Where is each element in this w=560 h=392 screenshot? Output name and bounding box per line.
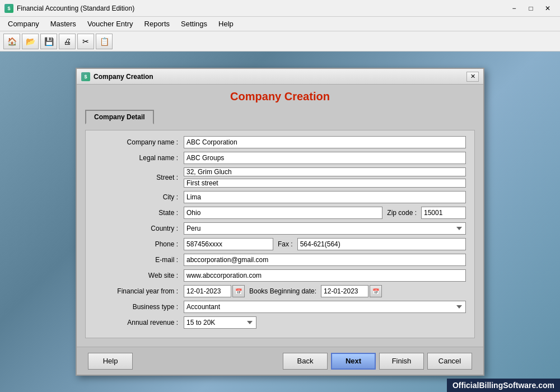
app-close-button[interactable]: ✕ — [540, 2, 556, 15]
annual-revenue-select[interactable]: 15 to 20K 20 to 50K 50 to 100K 100K+ — [184, 316, 256, 329]
company-name-input[interactable] — [184, 136, 466, 148]
country-row: Country : Peru USA UK Canada Australia — [94, 222, 466, 235]
legal-name-row: Legal name : — [94, 152, 466, 164]
street-label: Street : — [94, 174, 184, 181]
menu-reports[interactable]: Reports — [139, 18, 176, 29]
dialog-close-button[interactable]: ✕ — [466, 72, 479, 82]
city-row: City : — [94, 191, 466, 203]
toolbar: 🏠 📂 💾 🖨 ✂ 📋 — [0, 31, 560, 52]
zip-label: Zip code : — [387, 209, 417, 217]
email-label: E-mail : — [94, 256, 184, 264]
phone-label: Phone : — [94, 240, 184, 248]
maximize-button[interactable]: □ — [523, 2, 539, 15]
menu-company[interactable]: Company — [2, 18, 45, 29]
toolbar-save-button[interactable]: 💾 — [40, 34, 57, 49]
state-zip-row: State : Zip code : — [94, 207, 466, 219]
business-type-select[interactable]: Accountant Retailer Wholesaler Manufactu… — [184, 301, 466, 313]
books-calendar-button[interactable]: 📅 — [370, 285, 382, 297]
street-group — [184, 167, 466, 188]
fy-row: Financial year from : 📅 Books Beginning … — [94, 285, 466, 297]
annual-revenue-label: Annual revenue : — [94, 319, 184, 326]
fy-inner: 📅 Books Beginning date: 📅 — [184, 285, 466, 297]
back-button[interactable]: Back — [283, 353, 328, 370]
country-select[interactable]: Peru USA UK Canada Australia — [184, 222, 466, 235]
website-label: Web site : — [94, 272, 184, 279]
tab-bar: Company Detail — [85, 110, 475, 124]
menu-bar: Company Masters Voucher Entry Reports Se… — [0, 17, 560, 31]
watermark: OfficialBillingSoftware.com — [447, 379, 560, 392]
menu-settings[interactable]: Settings — [175, 18, 213, 29]
fy-date-wrap: 📅 — [184, 285, 245, 297]
fy-from-label: Financial year from : — [94, 287, 184, 295]
title-bar: $ Financial Accounting (Standard Edition… — [0, 0, 560, 17]
company-name-label: Company name : — [94, 138, 184, 146]
dialog-title-left: $ Company Creation — [81, 72, 153, 81]
phone-fax-row: Phone : Fax : — [94, 238, 466, 250]
annual-revenue-row: Annual revenue : 15 to 20K 20 to 50K 50 … — [94, 316, 466, 329]
background-area: $ Company Creation ✕ Company Creation Co… — [0, 52, 560, 392]
street-row: Street : — [94, 167, 466, 188]
company-creation-dialog: $ Company Creation ✕ Company Creation Co… — [76, 68, 484, 376]
finish-button[interactable]: Finish — [379, 353, 424, 370]
toolbar-cut-button[interactable]: ✂ — [77, 34, 94, 49]
zip-input[interactable] — [421, 207, 466, 219]
legal-name-input[interactable] — [184, 152, 466, 164]
street-input-2[interactable] — [184, 179, 466, 188]
fax-label: Fax : — [278, 240, 293, 248]
toolbar-open-button[interactable]: 📂 — [22, 34, 39, 49]
company-name-row: Company name : — [94, 136, 466, 148]
fy-from-input[interactable] — [184, 285, 231, 297]
website-input[interactable] — [184, 269, 466, 282]
country-label: Country : — [94, 225, 184, 232]
footer-right: Back Next Finish Cancel — [283, 353, 472, 370]
toolbar-print-button[interactable]: 🖨 — [59, 34, 76, 49]
toolbar-home-button[interactable]: 🏠 — [3, 34, 20, 49]
tab-company-detail[interactable]: Company Detail — [85, 110, 154, 124]
legal-name-label: Legal name : — [94, 154, 184, 162]
website-row: Web site : — [94, 269, 466, 282]
phone-input[interactable] — [184, 238, 273, 250]
form-area: Company name : Legal name : Street : — [85, 130, 475, 338]
state-zip-inner: Zip code : — [184, 207, 466, 219]
menu-help[interactable]: Help — [213, 18, 239, 29]
books-date-input[interactable] — [321, 285, 368, 297]
app-title: Financial Accounting (Standard Edition) — [17, 4, 134, 12]
phone-fax-inner: Fax : — [184, 238, 466, 250]
dialog-heading: Company Creation — [85, 90, 475, 103]
business-type-row: Business type : Accountant Retailer Whol… — [94, 301, 466, 313]
fax-input[interactable] — [297, 238, 466, 250]
cancel-button[interactable]: Cancel — [427, 353, 472, 370]
city-label: City : — [94, 193, 184, 201]
state-label: State : — [94, 209, 184, 217]
business-type-label: Business type : — [94, 303, 184, 311]
next-button[interactable]: Next — [331, 353, 376, 370]
minimize-button[interactable]: − — [506, 2, 522, 15]
toolbar-paste-button[interactable]: 📋 — [96, 34, 113, 49]
email-row: E-mail : — [94, 254, 466, 266]
city-input[interactable] — [184, 191, 466, 203]
dialog-title-bar: $ Company Creation ✕ — [77, 69, 483, 85]
state-input[interactable] — [184, 207, 382, 219]
help-button[interactable]: Help — [88, 353, 133, 370]
fy-calendar-button[interactable]: 📅 — [232, 285, 245, 297]
revenue-wrap: 15 to 20K 20 to 50K 50 to 100K 100K+ — [184, 316, 256, 329]
menu-voucher-entry[interactable]: Voucher Entry — [82, 18, 139, 29]
books-date-wrap: 📅 — [321, 285, 382, 297]
dialog-title: Company Creation — [94, 73, 153, 81]
dialog-icon: $ — [81, 72, 90, 81]
title-bar-controls: − □ ✕ — [506, 2, 556, 15]
street-input-1[interactable] — [184, 167, 466, 176]
books-label: Books Beginning date: — [249, 287, 316, 295]
dialog-footer: Help Back Next Finish Cancel — [77, 347, 483, 375]
dialog-content: Company Creation Company Detail Company … — [77, 85, 483, 347]
menu-masters[interactable]: Masters — [45, 18, 82, 29]
title-bar-left: $ Financial Accounting (Standard Edition… — [4, 4, 134, 13]
email-input[interactable] — [184, 254, 466, 266]
app-icon: $ — [4, 4, 13, 13]
